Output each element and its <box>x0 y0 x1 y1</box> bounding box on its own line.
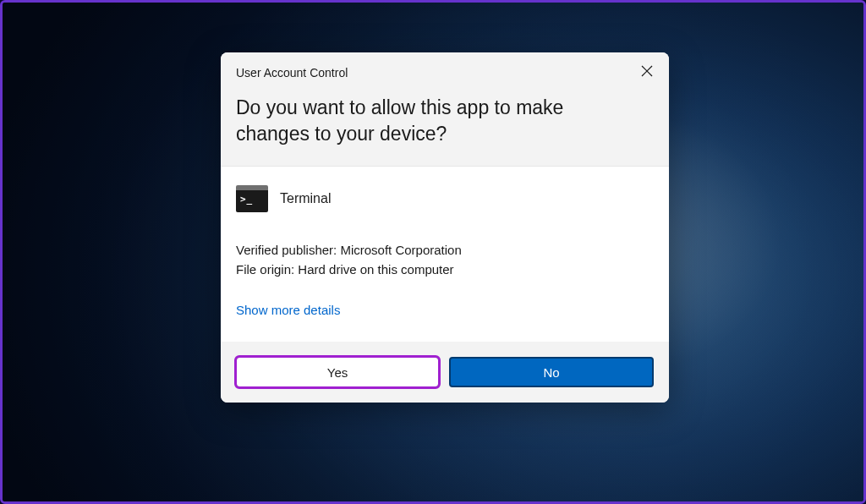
dialog-question: Do you want to allow this app to make ch… <box>236 95 654 147</box>
app-name: Terminal <box>280 191 331 206</box>
yes-button[interactable]: Yes <box>236 357 439 387</box>
origin-line: File origin: Hard drive on this computer <box>236 260 654 280</box>
dialog-footer: Yes No <box>221 342 669 403</box>
no-button[interactable]: No <box>449 357 654 387</box>
publisher-line: Verified publisher: Microsoft Corporatio… <box>236 241 654 260</box>
close-button[interactable] <box>637 61 657 81</box>
dialog-header: User Account Control Do you want to allo… <box>221 52 669 167</box>
terminal-icon <box>236 185 268 212</box>
close-icon <box>641 65 653 77</box>
dialog-body: Terminal Verified publisher: Microsoft C… <box>221 167 669 342</box>
publisher-info: Verified publisher: Microsoft Corporatio… <box>236 241 654 279</box>
app-info-row: Terminal <box>236 185 654 212</box>
uac-dialog: User Account Control Do you want to allo… <box>221 52 669 403</box>
dialog-title: User Account Control <box>236 66 654 79</box>
show-more-details-link[interactable]: Show more details <box>236 303 340 317</box>
